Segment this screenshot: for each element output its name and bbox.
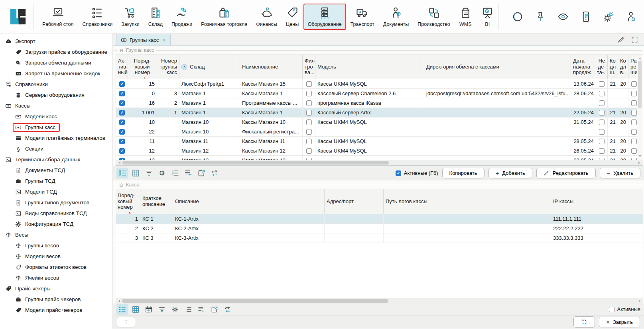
fullscreen-icon[interactable] bbox=[631, 36, 638, 43]
sidebar-item-8[interactable]: Модели касс bbox=[0, 111, 112, 122]
kassa-open-in-new-button[interactable] bbox=[209, 304, 221, 315]
scroll-down-icon[interactable] bbox=[638, 155, 642, 159]
sidebar-item-3[interactable]: Запросы обмена данными bbox=[0, 57, 112, 68]
sidebar-item-25[interactable]: Группы прайс чекеров bbox=[0, 294, 112, 305]
top-nav-item-5[interactable]: Продажи bbox=[167, 4, 197, 30]
scroll-left-icon[interactable] bbox=[117, 300, 120, 303]
kassa-calendar-button[interactable] bbox=[143, 304, 155, 315]
row-checkbox[interactable] bbox=[631, 100, 637, 106]
column-header[interactable]: Директория обмена с кассами bbox=[424, 55, 571, 79]
clock-button[interactable] bbox=[512, 11, 524, 23]
row-checkbox[interactable] bbox=[631, 129, 637, 135]
kassa-list-view-button[interactable] bbox=[116, 304, 128, 315]
groups-row-9[interactable]: 13Магазин 13Кассы Магазин 1322.05.242120 bbox=[116, 156, 643, 160]
sidebar-item-23[interactable]: Ячейки весов bbox=[0, 272, 112, 283]
row-checkbox[interactable] bbox=[119, 100, 125, 106]
sidebar-item-6[interactable]: Серверы оборудования bbox=[0, 90, 112, 100]
horizontal-scroll-thumb[interactable] bbox=[122, 161, 389, 164]
row-checkbox[interactable] bbox=[631, 139, 637, 144]
delete-button[interactable]: −Удалить bbox=[600, 168, 640, 178]
kassa-grid-button[interactable] bbox=[130, 304, 142, 315]
gears-button[interactable] bbox=[603, 11, 614, 23]
sidebar-item-26[interactable]: Модели прайс чекеров bbox=[0, 305, 112, 315]
sidebar-item-9[interactable]: Группы касс bbox=[0, 122, 112, 133]
column-header[interactable]: Путь логов кассы bbox=[384, 189, 551, 214]
sidebar-item-18[interactable]: Конфигурация ТСД bbox=[0, 219, 112, 229]
sidebar-item-13[interactable]: Документы ТСД bbox=[0, 165, 112, 176]
groups-numbered-list-button[interactable] bbox=[169, 168, 181, 178]
sidebar-item-20[interactable]: Группы весов bbox=[0, 240, 112, 251]
groups-open-in-new-button[interactable] bbox=[195, 168, 207, 178]
sidebar-item-7[interactable]: Кассы bbox=[0, 100, 112, 111]
row-checkbox[interactable] bbox=[599, 139, 605, 144]
row-checkbox[interactable] bbox=[599, 110, 605, 116]
groups-grid-button[interactable] bbox=[130, 168, 142, 178]
collapse-icon[interactable]: ⊖ bbox=[119, 182, 124, 188]
sidebar-item-1[interactable]: Экспорт bbox=[0, 36, 112, 47]
sidebar-item-22[interactable]: Форматы этикеток весов bbox=[0, 262, 112, 272]
column-header[interactable]: Краткое описание bbox=[140, 189, 173, 214]
sort-icon[interactable]: ∧ bbox=[181, 64, 187, 70]
top-nav-item-9[interactable]: Оборудование bbox=[303, 4, 346, 30]
app-logo-icon[interactable] bbox=[9, 8, 27, 26]
vertical-scroll-thumb[interactable] bbox=[638, 61, 642, 108]
column-header[interactable]: Модель bbox=[315, 55, 424, 79]
sidebar-item-10[interactable]: Модели платёжных терминалов bbox=[0, 133, 112, 143]
user-lock-button[interactable] bbox=[625, 11, 637, 23]
row-checkbox[interactable] bbox=[306, 100, 312, 106]
top-nav-item-11[interactable]: Документы bbox=[379, 4, 413, 30]
row-checkbox[interactable] bbox=[119, 81, 125, 87]
top-nav-item-4[interactable]: Склад bbox=[144, 4, 167, 30]
column-header[interactable]: Описание bbox=[173, 189, 325, 214]
groups-filter-button[interactable] bbox=[143, 168, 155, 178]
row-checkbox[interactable] bbox=[119, 129, 125, 135]
refresh-button[interactable] bbox=[573, 316, 595, 328]
row-checkbox[interactable] bbox=[599, 91, 605, 96]
top-nav-item-13[interactable]: WMS bbox=[455, 4, 477, 30]
kassa-row-3[interactable]: 3КС 3КС-3-Artix333.33.3.333 bbox=[116, 233, 643, 243]
kassa-settings-button[interactable] bbox=[169, 304, 181, 315]
sidebar-item-15[interactable]: Модели ТСД bbox=[0, 186, 112, 197]
tab-close-icon[interactable]: × bbox=[163, 37, 166, 43]
scroll-right-icon[interactable] bbox=[639, 300, 642, 303]
column-header[interactable]: Ко дл ш. bbox=[608, 55, 618, 79]
groups-sync-loop-button[interactable] bbox=[209, 168, 221, 178]
groups-list-view-button[interactable] bbox=[116, 168, 128, 178]
horizontal-scrollbar[interactable] bbox=[116, 160, 643, 165]
more-actions-button[interactable]: ⋮ bbox=[117, 317, 135, 327]
chat-button[interactable] bbox=[580, 11, 592, 23]
groups-row-2[interactable]: 03Магазин 1Кассы Магазин 1Кассовый серве… bbox=[116, 89, 643, 98]
row-checkbox[interactable] bbox=[306, 91, 312, 96]
kassa-horizontal-scrollbar[interactable] bbox=[116, 298, 643, 304]
row-checkbox[interactable] bbox=[631, 110, 637, 116]
sidebar-item-5[interactable]: Справочники bbox=[0, 79, 112, 90]
groups-row-8[interactable]: 12Магазин 12Кассы Магазин 12Кассы UKM4 M… bbox=[116, 146, 643, 156]
column-header[interactable]: Филь тро- ва... bbox=[303, 55, 315, 79]
kassa-list-add-button[interactable] bbox=[195, 304, 207, 315]
kassa-sync-loop-button[interactable] bbox=[222, 304, 234, 315]
scroll-right-icon[interactable] bbox=[638, 161, 642, 164]
top-nav-item-2[interactable]: Справочники bbox=[78, 4, 117, 30]
sidebar-item-2[interactable]: Загрузки прайса в оборудование bbox=[0, 47, 112, 57]
column-header[interactable]: Номер группы касс bbox=[157, 55, 179, 79]
vertical-scrollbar[interactable] bbox=[637, 55, 643, 160]
groups-row-7[interactable]: 11Магазин 11Кассы Магазин 11Кассы UKM4 M… bbox=[116, 137, 643, 146]
edit-button[interactable]: Редактировать bbox=[536, 168, 596, 178]
groups-row-6[interactable]: 22Магазин 10Фискальный регистра... bbox=[116, 127, 643, 137]
column-header[interactable]: Наименование bbox=[240, 55, 303, 79]
row-checkbox[interactable] bbox=[119, 91, 125, 96]
top-nav-item-12[interactable]: Производство bbox=[413, 4, 455, 30]
horizontal-scroll-thumb[interactable] bbox=[122, 299, 388, 303]
kassa-row-1[interactable]: 1КС 1КС-1-Artix111.11.1.111 bbox=[116, 214, 643, 224]
row-checkbox[interactable] bbox=[599, 148, 605, 154]
sidebar-item-17[interactable]: Виды справочников ТСД bbox=[0, 208, 112, 219]
scroll-up-icon[interactable] bbox=[638, 56, 642, 59]
row-checkbox[interactable] bbox=[306, 110, 312, 116]
top-nav-item-7[interactable]: Финансы bbox=[252, 4, 281, 30]
column-header[interactable]: Ко дл в.. bbox=[618, 55, 628, 79]
sidebar-item-14[interactable]: Группы ТСД bbox=[0, 176, 112, 186]
copy-button[interactable]: Копировать bbox=[442, 168, 484, 178]
groups-list-add-button[interactable] bbox=[182, 168, 194, 178]
edit-pencil-icon[interactable] bbox=[617, 36, 625, 43]
close-button[interactable]: × Закрыть bbox=[599, 317, 640, 327]
